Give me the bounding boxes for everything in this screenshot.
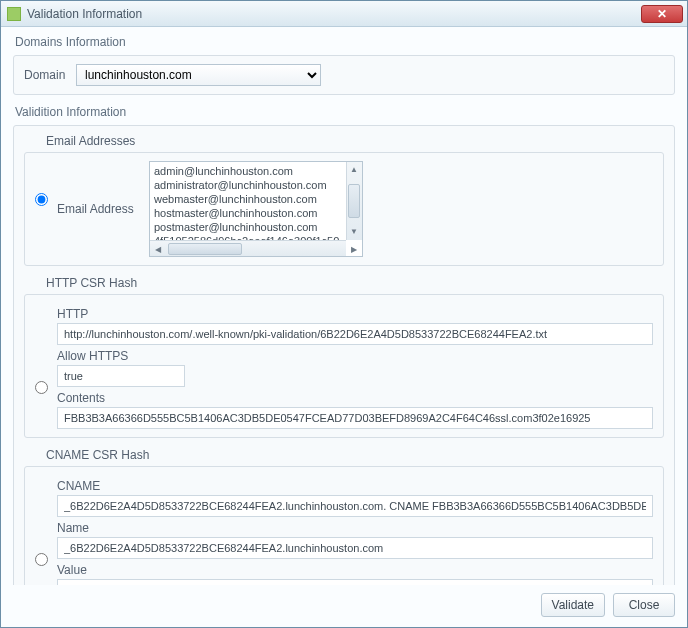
domain-label: Domain [24,68,68,82]
window: Validation Information ✕ Domains Informa… [0,0,688,628]
email-item[interactable]: postmaster@lunchinhouston.com [154,220,358,234]
vertical-scroll-thumb[interactable] [348,184,360,218]
email-address-label: Email Address [57,202,137,216]
horizontal-scroll-thumb[interactable] [168,243,242,255]
email-radio[interactable] [35,193,48,206]
titlebar: Validation Information ✕ [1,1,687,27]
http-csr-hash-title: HTTP CSR Hash [46,276,664,290]
scroll-left-icon[interactable]: ◀ [150,241,166,257]
email-item[interactable]: administrator@lunchinhouston.com [154,178,358,192]
contents-label: Contents [57,391,653,405]
name-label: Name [57,521,653,535]
email-radio-col [35,161,57,206]
contents-input[interactable] [57,407,653,429]
validition-information-group: Validition Information Email Addresses E… [13,105,675,585]
scroll-up-icon[interactable]: ▲ [346,162,362,178]
cname-input[interactable] [57,495,653,517]
validition-information-title: Validition Information [13,105,675,119]
footer: Validate Close [1,585,687,627]
scroll-down-icon[interactable]: ▼ [346,224,362,240]
http-radio[interactable] [35,381,48,394]
cname-label: CNAME [57,479,653,493]
cname-csr-hash-title: CNAME CSR Hash [46,448,664,462]
domain-select[interactable]: lunchinhouston.com [76,64,321,86]
cname-radio-col [35,475,57,566]
email-item[interactable]: hostmaster@lunchinhouston.com [154,206,358,220]
http-radio-col [35,303,57,394]
value-label: Value [57,563,653,577]
http-csr-hash-box: HTTP Allow HTTPS Contents [24,294,664,438]
window-title: Validation Information [27,7,641,21]
scroll-right-icon[interactable]: ▶ [346,241,362,257]
http-label: HTTP [57,307,653,321]
domains-information-title: Domains Information [13,35,675,49]
email-item[interactable]: webmaster@lunchinhouston.com [154,192,358,206]
horizontal-scrollbar[interactable]: ◀ ▶ [150,240,346,256]
close-button[interactable]: Close [613,593,675,617]
http-input[interactable] [57,323,653,345]
email-addresses-box: Email Address admin@lunchinhouston.com a… [24,152,664,266]
close-icon[interactable]: ✕ [641,5,683,23]
allow-https-input[interactable] [57,365,185,387]
domains-information-group: Domains Information Domain lunchinhousto… [13,35,675,95]
cname-radio[interactable] [35,553,48,566]
vertical-scrollbar[interactable]: ▲ ▼ [346,162,362,240]
allow-https-label: Allow HTTPS [57,349,653,363]
cname-csr-hash-box: CNAME Name Value [24,466,664,585]
validition-information-body: Email Addresses Email Address admin@lunc… [13,125,675,585]
domains-information-body: Domain lunchinhouston.com [13,55,675,95]
email-address-listbox[interactable]: admin@lunchinhouston.com administrator@l… [149,161,363,257]
email-addresses-title: Email Addresses [46,134,664,148]
email-item[interactable]: admin@lunchinhouston.com [154,164,358,178]
validate-button[interactable]: Validate [541,593,605,617]
name-input[interactable] [57,537,653,559]
app-icon [7,7,21,21]
content-area: Domains Information Domain lunchinhousto… [1,27,687,585]
